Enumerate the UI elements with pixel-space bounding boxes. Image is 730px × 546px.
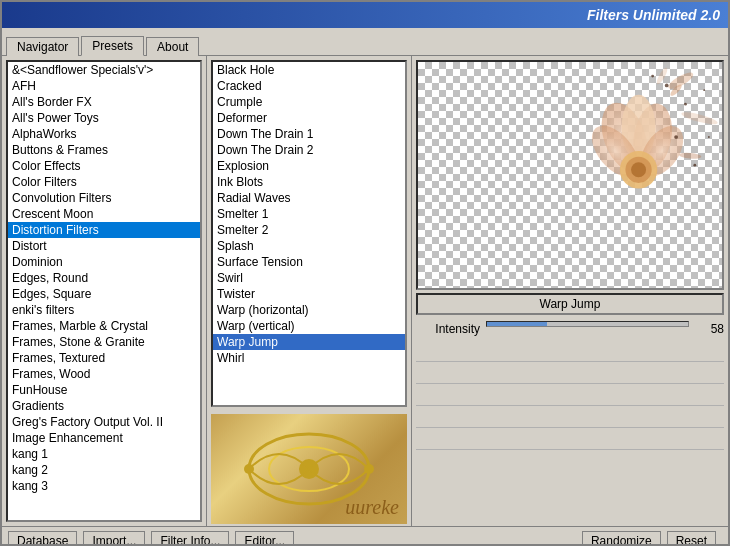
import-label: Import... [92, 534, 136, 547]
middle-preview-image: uureke [211, 414, 407, 524]
filter-item[interactable]: Radial Waves [213, 190, 405, 206]
svg-point-18 [665, 84, 669, 88]
svg-point-19 [684, 103, 687, 106]
right-panel: Warp Jump Intensity 58 [412, 56, 728, 526]
middle-panel: Black HoleCrackedCrumpleDeformerDown The… [207, 56, 412, 526]
filter-item[interactable]: Warp (vertical) [213, 318, 405, 334]
import-button[interactable]: Import... [83, 531, 145, 547]
filter-item[interactable]: Surface Tension [213, 254, 405, 270]
svg-point-21 [703, 89, 705, 91]
category-item[interactable]: Edges, Round [8, 270, 200, 286]
category-item[interactable]: Distort [8, 238, 200, 254]
param-empty-5 [416, 430, 724, 450]
intensity-track [486, 321, 689, 327]
filter-item[interactable]: Splash [213, 238, 405, 254]
category-item[interactable]: enki's filters [8, 302, 200, 318]
category-item[interactable]: FunHouse [8, 382, 200, 398]
category-item[interactable]: Color Filters [8, 174, 200, 190]
param-value-intensity: 58 [689, 322, 724, 336]
svg-point-22 [693, 164, 696, 167]
category-item[interactable]: Gradients [8, 398, 200, 414]
editor-label: Editor... [244, 534, 285, 547]
tab-presets[interactable]: Presets [81, 36, 144, 56]
category-item[interactable]: Buttons & Frames [8, 142, 200, 158]
filter-info-label: Filter Info... [160, 534, 220, 547]
category-item[interactable]: Distortion Filters [8, 222, 200, 238]
filter-item[interactable]: Smelter 1 [213, 206, 405, 222]
param-empty-4 [416, 408, 724, 428]
app-title: Filters Unlimited 2.0 [587, 7, 720, 23]
category-item[interactable]: All's Power Toys [8, 110, 200, 126]
category-item[interactable]: AFH [8, 78, 200, 94]
database-label: Database [17, 534, 68, 547]
left-panel: &<Sandflower Specials'v'>AFHAll's Border… [2, 56, 207, 526]
editor-button[interactable]: Editor... [235, 531, 294, 547]
category-item[interactable]: Crescent Moon [8, 206, 200, 222]
category-item[interactable]: Frames, Textured [8, 350, 200, 366]
filter-item[interactable]: Down The Drain 2 [213, 142, 405, 158]
category-item[interactable]: kang 2 [8, 462, 200, 478]
category-item[interactable]: Frames, Wood [8, 366, 200, 382]
category-item[interactable]: &<Sandflower Specials'v'> [8, 62, 200, 78]
filter-item[interactable]: Twister [213, 286, 405, 302]
category-item[interactable]: Convolution Filters [8, 190, 200, 206]
svg-point-23 [708, 136, 710, 138]
filter-name-bar: Warp Jump [416, 293, 724, 315]
category-item[interactable]: Frames, Stone & Granite [8, 334, 200, 350]
category-item[interactable]: kang 1 [8, 446, 200, 462]
preview-checkerboard [418, 62, 722, 288]
svg-point-6 [680, 110, 718, 127]
reset-button[interactable]: Reset [667, 531, 716, 547]
category-item[interactable]: Color Effects [8, 158, 200, 174]
svg-point-24 [651, 75, 654, 78]
filter-item[interactable]: Smelter 2 [213, 222, 405, 238]
svg-point-4 [364, 464, 374, 474]
category-list[interactable]: &<Sandflower Specials'v'>AFHAll's Border… [6, 60, 202, 522]
filter-item[interactable]: Down The Drain 1 [213, 126, 405, 142]
reset-label: Reset [676, 534, 707, 547]
bottom-toolbar: Database Import... Filter Info... Editor… [2, 526, 728, 546]
randomize-label: Randomize [591, 534, 652, 547]
category-item[interactable]: Image Enhancement [8, 430, 200, 446]
randomize-button[interactable]: Randomize [582, 531, 661, 547]
category-item[interactable]: All's Border FX [8, 94, 200, 110]
filter-item[interactable]: Cracked [213, 78, 405, 94]
tab-bar: Navigator Presets About [2, 28, 728, 56]
param-empty-1 [416, 342, 724, 362]
category-item[interactable]: kang 3 [8, 478, 200, 494]
category-item[interactable]: Edges, Square [8, 286, 200, 302]
category-item[interactable]: Frames, Marble & Crystal [8, 318, 200, 334]
param-label-intensity: Intensity [416, 322, 486, 336]
filter-item[interactable]: Whirl [213, 350, 405, 366]
tab-navigator[interactable]: Navigator [6, 37, 79, 56]
preview-area [416, 60, 724, 290]
title-bar: Filters Unlimited 2.0 [2, 2, 728, 28]
filter-item[interactable]: Crumple [213, 94, 405, 110]
database-button[interactable]: Database [8, 531, 77, 547]
param-empty-2 [416, 364, 724, 384]
param-slider-intensity[interactable] [486, 321, 689, 337]
middle-preview-area: uureke [207, 411, 411, 526]
main-content: &<Sandflower Specials'v'>AFHAll's Border… [2, 56, 728, 526]
filter-info-button[interactable]: Filter Info... [151, 531, 229, 547]
filter-item[interactable]: Swirl [213, 270, 405, 286]
svg-point-17 [631, 162, 646, 177]
filter-item[interactable]: Deformer [213, 110, 405, 126]
category-item[interactable]: Dominion [8, 254, 200, 270]
category-item[interactable]: AlphaWorks [8, 126, 200, 142]
svg-point-20 [674, 135, 678, 139]
flower-preview [527, 62, 722, 287]
svg-point-9 [655, 67, 669, 86]
tab-about[interactable]: About [146, 37, 199, 56]
filter-list[interactable]: Black HoleCrackedCrumpleDeformerDown The… [211, 60, 407, 407]
filter-item[interactable]: Ink Blots [213, 174, 405, 190]
filter-item[interactable]: Warp Jump [213, 334, 405, 350]
params-area: Intensity 58 [416, 319, 724, 522]
svg-point-7 [679, 152, 702, 160]
param-empty-3 [416, 386, 724, 406]
param-row-intensity: Intensity 58 [416, 319, 724, 339]
filter-item[interactable]: Black Hole [213, 62, 405, 78]
filter-item[interactable]: Warp (horizontal) [213, 302, 405, 318]
filter-item[interactable]: Explosion [213, 158, 405, 174]
category-item[interactable]: Greg's Factory Output Vol. II [8, 414, 200, 430]
